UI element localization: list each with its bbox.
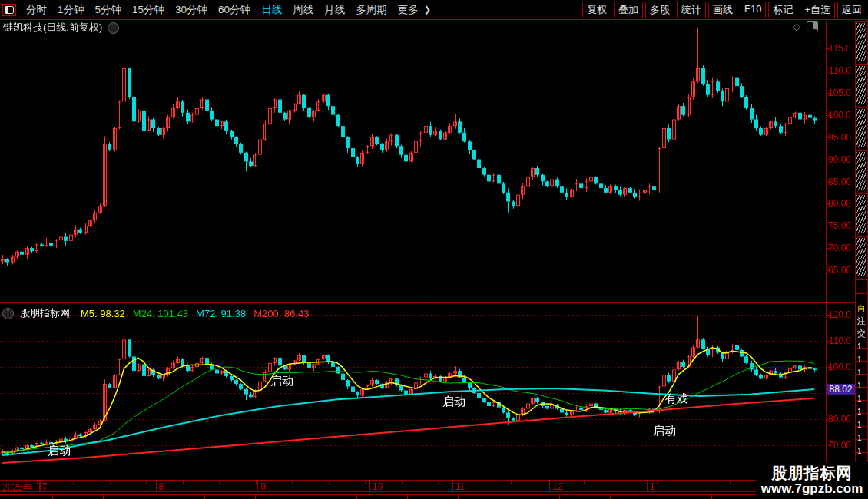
strip-hatch-section (856, 109, 866, 147)
strip-digit: 1 (857, 342, 862, 351)
period-tab-1分钟[interactable]: 1分钟 (52, 3, 90, 17)
month-label-8: 8 (159, 481, 164, 492)
sub-price-label: 80.00 (823, 414, 851, 425)
indicator-name: 股朋指标网 (20, 306, 70, 320)
last-price-marker: 88.02 (827, 384, 855, 395)
toolbar-button-+自选[interactable]: +自选 (800, 2, 835, 18)
main-price-label: 75.00 (823, 220, 851, 231)
main-price-label: 90.00 (823, 154, 851, 165)
right-sidebar-strip[interactable]: 自注交111111111 (856, 20, 868, 480)
period-tab-日线[interactable]: 日线 (256, 3, 287, 17)
toolbar-button-返回[interactable]: 返回 (837, 2, 866, 18)
main-price-label: 80.00 (823, 198, 851, 209)
signal-text: 启动 (48, 444, 71, 458)
stock-title: 键凯科技(日线.前复权) (3, 21, 102, 35)
strip-digit: 1 (857, 368, 862, 377)
month-label-11: 11 (456, 481, 465, 492)
top-toolbar: 分时1分钟5分钟15分钟30分钟60分钟日线周线月线多周期更多❯ 复权叠加多股统… (0, 0, 868, 19)
more-arrow-icon[interactable]: ❯ (424, 5, 434, 15)
strip-hatch-section (856, 66, 866, 104)
strip-digit: 1 (857, 382, 862, 390)
main-price-label: 115.0 (823, 43, 851, 54)
signal-text: 启动 (653, 424, 676, 438)
year-label: 2025年 (2, 481, 32, 494)
ma-value-M200: M200: 86.43 (253, 308, 309, 319)
sub-price-label: 110.0 (823, 335, 851, 346)
watermark-brand: 股朋指标网 (772, 464, 853, 481)
signal-text: 启动 (442, 395, 465, 409)
month-label-1: 1 (650, 481, 655, 492)
main-price-label: 105.0 (823, 88, 851, 98)
toolbar-button-叠加[interactable]: 叠加 (614, 2, 643, 18)
ma-value-M5: M5: 98.32 (81, 308, 125, 319)
watermark-url: www.7gpzb.com (761, 481, 863, 497)
toolbar-button-标记[interactable]: 标记 (768, 2, 797, 18)
month-label-9: 9 (260, 481, 266, 492)
title-bar[interactable]: 键凯科技(日线.前复权) ˇ (3, 21, 119, 35)
main-price-label: 100.0 (823, 110, 851, 121)
toolbar-buttons: 复权叠加多股统计画线F10标记+自选返回 (582, 2, 868, 18)
signal-text: 有戏 (665, 392, 688, 406)
period-tab-分时[interactable]: 分时 (21, 3, 52, 17)
sub-price-label: 100.0 (823, 362, 851, 372)
main-price-label: 85.00 (823, 177, 851, 187)
sub-price-label: 70.00 (823, 440, 851, 451)
candlestick-chart-canvas[interactable] (0, 0, 868, 499)
indicator-header: ˇ 股朋指标网 M5: 98.32M24: 101.43M72: 91.38M2… (2, 306, 316, 320)
toolbar-button-F10[interactable]: F10 (740, 2, 766, 18)
period-tab-更多[interactable]: 更多 (393, 3, 424, 17)
strip-hatch-section (856, 238, 866, 276)
layout-toggle-icon[interactable] (2, 4, 16, 16)
strip-digit: 1 (857, 447, 862, 455)
strip-tab-注[interactable]: 注 (857, 316, 866, 327)
toolbar-button-画线[interactable]: 画线 (708, 2, 737, 18)
period-tab-周线[interactable]: 周线 (287, 3, 319, 17)
signal-text: 启动 (270, 374, 293, 388)
strip-hatch-section (856, 195, 866, 233)
chevron-down-icon[interactable]: ˇ (2, 308, 14, 319)
period-tabs: 分时1分钟5分钟15分钟30分钟60分钟日线周线月线多周期更多❯ (21, 3, 434, 17)
toolbar-button-统计[interactable]: 统计 (677, 2, 706, 18)
period-tab-5分钟[interactable]: 5分钟 (90, 3, 128, 17)
month-label-10: 10 (373, 481, 383, 492)
ma-value-M72: M72: 91.38 (196, 308, 246, 319)
strip-digit: 1 (857, 421, 862, 429)
period-tab-60分钟[interactable]: 60分钟 (213, 3, 256, 17)
period-tab-月线[interactable]: 月线 (319, 3, 350, 17)
chevron-down-icon[interactable]: ˇ (108, 22, 119, 34)
main-price-label: 95.00 (823, 132, 851, 143)
period-tab-15分钟[interactable]: 15分钟 (127, 3, 170, 17)
ma-values: M5: 98.32M24: 101.43M72: 91.38M200: 86.4… (81, 308, 316, 319)
period-tab-30分钟[interactable]: 30分钟 (170, 3, 213, 17)
month-label-7: 7 (42, 481, 48, 492)
main-price-label: 65.00 (823, 265, 851, 276)
main-price-label: 110.0 (823, 65, 851, 76)
ma-value-M24: M24: 101.43 (133, 308, 188, 319)
diamond-icon[interactable]: ◇ (793, 21, 800, 32)
sub-price-label: 120.0 (823, 309, 851, 320)
strip-hatch-section (856, 152, 866, 190)
strip-tab-交[interactable]: 交 (857, 328, 866, 339)
strip-digit: 1 (857, 434, 862, 442)
month-label-12: 12 (552, 481, 562, 492)
watermark: 股朋指标网 www.7gpzb.com (756, 462, 868, 499)
strip-tab-自[interactable]: 自 (857, 303, 866, 315)
sidebar-toggle-icon[interactable] (807, 21, 818, 31)
strip-digit: 1 (857, 355, 862, 364)
toolbar-button-复权[interactable]: 复权 (582, 2, 611, 18)
strip-digit: 1 (857, 395, 862, 403)
strip-digit: 1 (857, 408, 862, 416)
main-price-label: 70.00 (823, 243, 851, 253)
strip-hatch-section (856, 23, 866, 61)
app-window: 分时1分钟5分钟15分钟30分钟60分钟日线周线月线多周期更多❯ 复权叠加多股统… (0, 0, 868, 499)
period-tab-多周期[interactable]: 多周期 (350, 3, 393, 17)
toolbar-button-多股[interactable]: 多股 (645, 2, 674, 18)
